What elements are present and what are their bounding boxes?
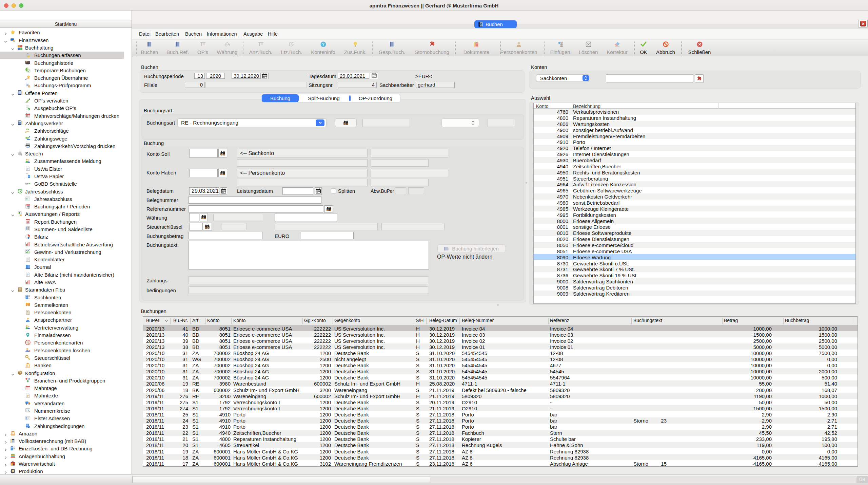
svg-text:?: ?: [322, 42, 324, 47]
svg-text:34: 34: [28, 410, 30, 412]
